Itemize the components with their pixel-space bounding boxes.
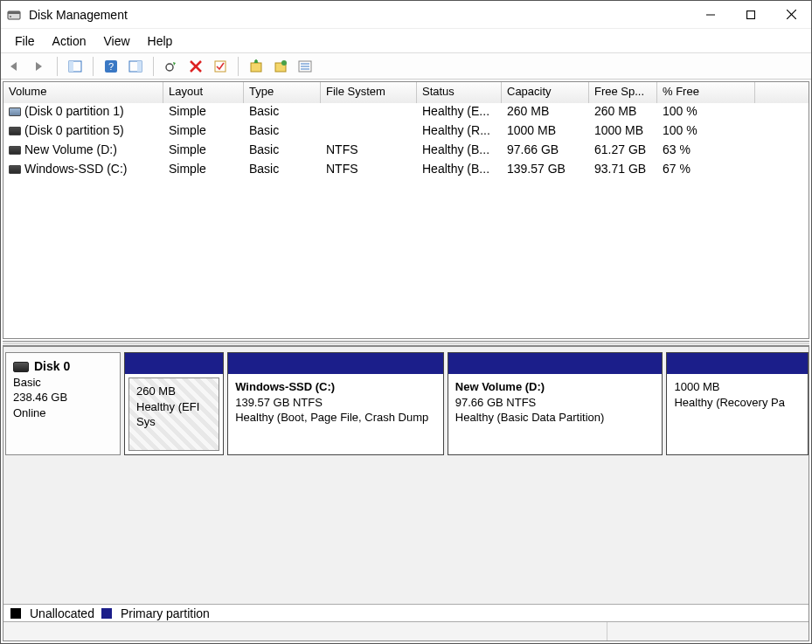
part-title: New Volume (D:) xyxy=(455,379,656,395)
menu-file[interactable]: File xyxy=(6,32,44,50)
delete-button[interactable] xyxy=(185,56,206,77)
col-pctfree[interactable]: % Free xyxy=(657,82,755,103)
part-size: 97.66 GB NTFS xyxy=(455,395,656,411)
close-button[interactable] xyxy=(771,1,811,29)
svg-rect-4 xyxy=(747,10,755,18)
svg-text:?: ? xyxy=(108,61,114,72)
back-button[interactable] xyxy=(4,56,25,77)
app-icon xyxy=(6,7,22,23)
legend-primary: Primary partition xyxy=(121,606,210,620)
svg-rect-1 xyxy=(8,11,20,14)
volume-icon xyxy=(9,165,21,174)
disk-type: Basic xyxy=(13,375,113,391)
volume-icon xyxy=(9,107,21,116)
toolbar: ? xyxy=(1,53,811,80)
cell-fs xyxy=(321,103,417,122)
svg-point-2 xyxy=(10,16,11,17)
part-status: Healthy (Recovery Pa xyxy=(674,395,801,411)
col-type[interactable]: Type xyxy=(244,82,321,103)
menu-action[interactable]: Action xyxy=(44,32,95,50)
part-status: Healthy (EFI Sys xyxy=(136,399,212,430)
disk-label[interactable]: Disk 0 Basic 238.46 GB Online xyxy=(5,352,121,455)
partition-stripe xyxy=(228,353,443,374)
menu-bar: File Action View Help xyxy=(1,29,811,53)
settings-bottom-button[interactable] xyxy=(270,56,291,77)
status-seg xyxy=(3,622,607,641)
legend-swatch-unallocated xyxy=(10,608,21,619)
maximize-button[interactable] xyxy=(731,1,771,29)
svg-rect-16 xyxy=(215,61,226,72)
part-size: 1000 MB xyxy=(674,379,801,395)
col-capacity[interactable]: Capacity xyxy=(502,82,589,103)
volume-list-pane: Volume Layout Type File System Status Ca… xyxy=(3,81,809,339)
part-size: 139.57 GB NTFS xyxy=(235,395,436,411)
col-spacer xyxy=(755,82,809,103)
legend-unallocated: Unallocated xyxy=(30,606,94,620)
col-filesystem[interactable]: File System xyxy=(321,82,417,103)
svg-point-13 xyxy=(166,64,173,71)
legend-bar: Unallocated Primary partition xyxy=(3,604,809,621)
part-status: Healthy (Basic Data Partition) xyxy=(455,410,656,426)
table-row[interactable]: New Volume (D:) Simple Basic NTFS Health… xyxy=(3,142,809,161)
volume-rows: (Disk 0 partition 1) Simple Basic Health… xyxy=(3,103,809,338)
cell-free: 260 MB xyxy=(589,103,657,122)
menu-help[interactable]: Help xyxy=(139,32,182,50)
disk-icon xyxy=(13,362,29,372)
part-title: Windows-SSD (C:) xyxy=(235,379,436,395)
svg-point-19 xyxy=(281,60,287,66)
partition-efi[interactable]: 260 MB Healthy (EFI Sys xyxy=(124,352,224,455)
disk-name: Disk 0 xyxy=(34,359,70,373)
volume-name: New Volume (D:) xyxy=(24,142,117,156)
partition-recovery[interactable]: 1000 MB Healthy (Recovery Pa xyxy=(666,352,809,455)
volume-name: Windows-SSD (C:) xyxy=(24,162,127,176)
menu-view[interactable]: View xyxy=(94,32,138,50)
col-status[interactable]: Status xyxy=(417,82,502,103)
forward-button[interactable] xyxy=(29,56,50,77)
disk-graphic-pane: Disk 0 Basic 238.46 GB Online 260 MB Hea… xyxy=(3,346,809,641)
table-row[interactable]: Windows-SSD (C:) Simple Basic NTFS Healt… xyxy=(3,161,809,180)
table-row[interactable]: (Disk 0 partition 1) Simple Basic Health… xyxy=(3,103,809,122)
list-settings-button[interactable] xyxy=(295,56,316,77)
settings-top-button[interactable] xyxy=(246,56,267,77)
cell-type: Basic xyxy=(244,103,321,122)
show-hide-console-tree-button[interactable] xyxy=(65,56,86,77)
volume-icon xyxy=(9,146,21,155)
disk-state: Online xyxy=(13,405,113,421)
refresh-button[interactable] xyxy=(161,56,182,77)
svg-rect-17 xyxy=(251,63,261,72)
properties-button[interactable] xyxy=(210,56,231,77)
volume-icon xyxy=(9,127,21,135)
partition-stripe xyxy=(125,353,223,374)
disk-size: 238.46 GB xyxy=(13,390,113,405)
col-layout[interactable]: Layout xyxy=(163,82,244,103)
part-status: Healthy (Boot, Page File, Crash Dump xyxy=(235,410,436,426)
table-row[interactable]: (Disk 0 partition 5) Simple Basic Health… xyxy=(3,122,809,142)
part-size: 260 MB xyxy=(136,384,212,399)
cell-status: Healthy (E... xyxy=(417,103,502,122)
show-hide-action-pane-button[interactable] xyxy=(125,56,146,77)
cell-cap: 260 MB xyxy=(502,103,589,122)
window-title: Disk Management xyxy=(27,8,128,22)
cell-pct: 100 % xyxy=(657,103,755,122)
status-seg xyxy=(607,622,809,641)
status-bar xyxy=(3,621,809,641)
partition-new-volume[interactable]: New Volume (D:) 97.66 GB NTFS Healthy (B… xyxy=(448,352,663,455)
column-header-row: Volume Layout Type File System Status Ca… xyxy=(3,82,809,103)
partition-strip: 260 MB Healthy (EFI Sys Windows-SSD (C:)… xyxy=(121,352,809,455)
minimize-button[interactable] xyxy=(691,1,731,29)
disk-row: Disk 0 Basic 238.46 GB Online 260 MB Hea… xyxy=(5,352,809,455)
partition-stripe xyxy=(667,353,808,374)
title-bar: Disk Management xyxy=(1,1,811,29)
partition-stripe xyxy=(448,353,663,374)
volume-name: (Disk 0 partition 1) xyxy=(24,104,124,118)
col-volume[interactable]: Volume xyxy=(3,82,163,103)
cell-layout: Simple xyxy=(163,103,244,122)
help-button[interactable]: ? xyxy=(101,56,121,77)
svg-rect-12 xyxy=(137,61,142,72)
volume-name: (Disk 0 partition 5) xyxy=(24,123,124,137)
col-freespace[interactable]: Free Sp... xyxy=(589,82,657,103)
svg-rect-8 xyxy=(69,61,73,72)
partition-windows-ssd[interactable]: Windows-SSD (C:) 139.57 GB NTFS Healthy … xyxy=(227,352,444,455)
legend-swatch-primary xyxy=(101,608,112,619)
